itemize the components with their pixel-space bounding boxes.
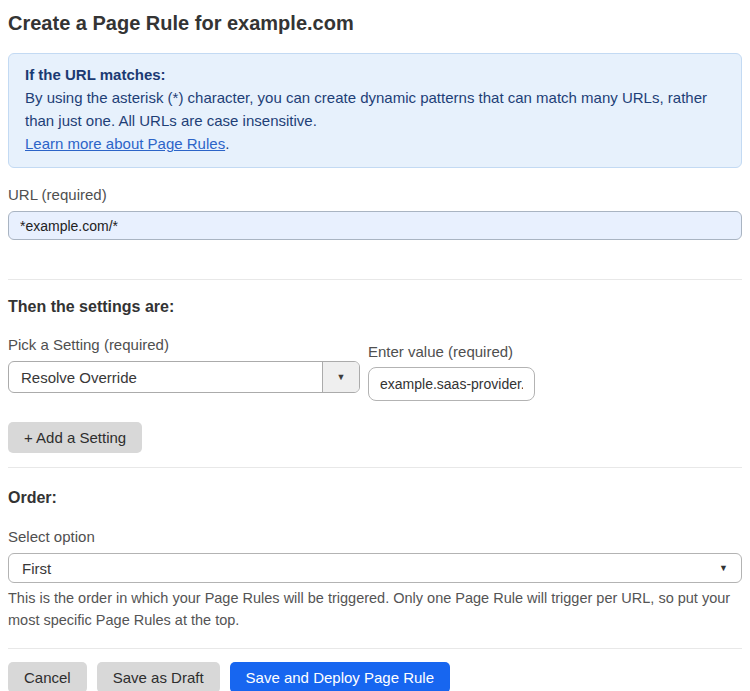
info-box-body: By using the asterisk (*) character, you… xyxy=(25,86,725,132)
section-divider xyxy=(8,279,742,280)
url-input[interactable] xyxy=(8,211,742,240)
chevron-down-icon: ▼ xyxy=(719,563,728,573)
select-option-label: Select option xyxy=(8,528,742,546)
setting-picker-dropdown[interactable]: Resolve Override ▼ xyxy=(8,361,360,393)
info-box-link-line: Learn more about Page Rules. xyxy=(25,132,725,155)
info-box-heading: If the URL matches: xyxy=(25,63,725,86)
section-divider xyxy=(8,467,742,468)
footer-divider xyxy=(8,648,742,649)
chevron-down-glyph: ▼ xyxy=(719,563,728,573)
footer-buttons: Cancel Save as Draft Save and Deploy Pag… xyxy=(8,662,742,691)
cancel-button[interactable]: Cancel xyxy=(8,662,87,691)
order-help-text: This is the order in which your Page Rul… xyxy=(8,587,734,631)
chevron-down-glyph: ▼ xyxy=(337,372,346,382)
order-select[interactable]: First ▼ xyxy=(8,553,742,583)
create-page-rule-form: Create a Page Rule for example.com If th… xyxy=(0,12,750,691)
setting-value-column: Enter value (required) xyxy=(368,336,535,401)
settings-row: Pick a Setting (required) Resolve Overri… xyxy=(8,336,742,401)
url-label: URL (required) xyxy=(8,186,742,204)
add-setting-button[interactable]: + Add a Setting xyxy=(8,422,142,453)
link-period: . xyxy=(225,135,229,152)
setting-picker-value: Resolve Override xyxy=(9,362,322,392)
page-title: Create a Page Rule for example.com xyxy=(8,12,742,34)
setting-value-input[interactable] xyxy=(368,367,535,401)
order-select-value: First xyxy=(22,560,51,577)
settings-heading: Then the settings are: xyxy=(8,297,742,316)
save-deploy-button[interactable]: Save and Deploy Page Rule xyxy=(230,662,450,691)
url-match-info-box: If the URL matches: By using the asteris… xyxy=(8,53,742,168)
setting-picker-label: Pick a Setting (required) xyxy=(8,336,360,354)
chevron-down-icon[interactable]: ▼ xyxy=(322,362,359,392)
save-draft-button[interactable]: Save as Draft xyxy=(97,662,220,691)
order-heading: Order: xyxy=(8,488,742,507)
learn-more-link[interactable]: Learn more about Page Rules xyxy=(25,135,225,152)
setting-picker-column: Pick a Setting (required) Resolve Overri… xyxy=(8,336,360,393)
enter-value-label: Enter value (required) xyxy=(368,343,535,361)
